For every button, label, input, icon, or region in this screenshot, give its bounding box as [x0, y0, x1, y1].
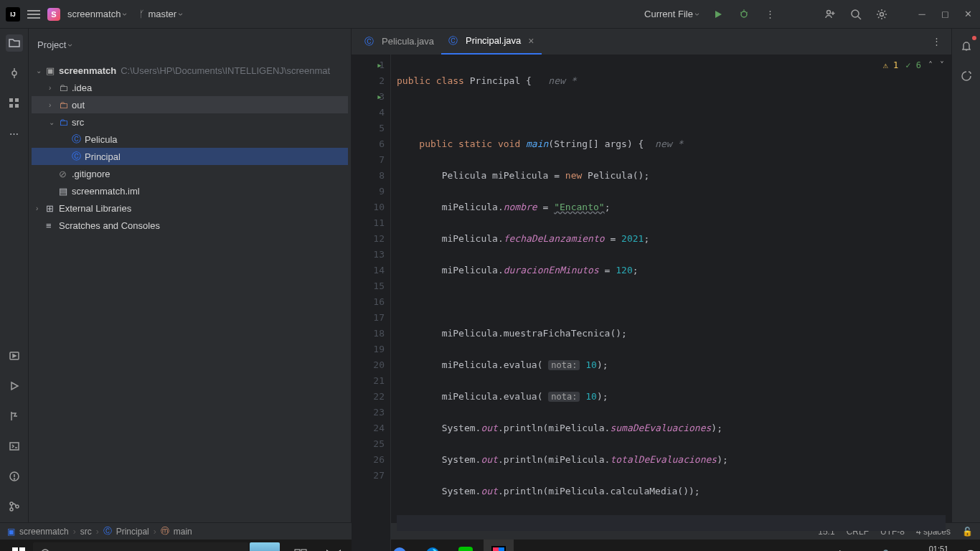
- svg-point-22: [10, 502, 13, 505]
- tree-gitignore[interactable]: ⊘ .gitignore: [32, 165, 348, 182]
- svg-line-8: [858, 17, 861, 19]
- settings-icon[interactable]: [875, 8, 888, 21]
- tab-principal[interactable]: ⒸPrincipal.java×: [441, 29, 542, 55]
- breadcrumb[interactable]: ▣screenmatch ›src ›ⒸPrincipal ›ⓜmain: [7, 525, 192, 537]
- editor-area: ⒸPelicula.java ⒸPrincipal.java× ⋮ 1▸ 2 3…: [352, 29, 951, 522]
- project-tree: ▣ screenmatch C:\Users\HP\Documents\INTE…: [29, 60, 351, 522]
- taskbar-search[interactable]: Escribe aquí para buscar.: [33, 542, 248, 551]
- svg-rect-14: [15, 98, 19, 102]
- svg-rect-25: [12, 547, 18, 551]
- tree-root[interactable]: ▣ screenmatch C:\Users\HP\Documents\INTE…: [32, 62, 348, 79]
- news-widget[interactable]: [250, 542, 280, 551]
- tree-idea[interactable]: 🗀 .idea: [32, 79, 348, 96]
- editor-tabs: ⒸPelicula.java ⒸPrincipal.java× ⋮: [352, 29, 951, 55]
- tree-pelicula[interactable]: Ⓒ Pelicula: [32, 131, 348, 148]
- svg-point-0: [741, 11, 747, 17]
- project-badge: S: [47, 8, 60, 21]
- svg-point-10: [12, 71, 17, 75]
- ide-logo: IJ: [6, 7, 20, 22]
- commit-tool-button[interactable]: [6, 65, 23, 82]
- svg-rect-15: [9, 104, 13, 108]
- minimize-button[interactable]: ─: [915, 8, 928, 21]
- svg-point-4: [827, 10, 831, 14]
- build-tool-button[interactable]: [6, 408, 23, 425]
- tree-scratches[interactable]: ≡ Scratches and Consoles: [32, 217, 348, 234]
- tree-external[interactable]: ⊞ External Libraries: [32, 199, 348, 217]
- svg-point-7: [852, 10, 859, 17]
- main-menu-button[interactable]: [27, 10, 40, 19]
- task-view-button[interactable]: [286, 540, 316, 551]
- services-tool-button[interactable]: [6, 347, 23, 364]
- mail-app[interactable]: [319, 540, 349, 551]
- code-with-me-icon[interactable]: [824, 8, 837, 21]
- readonly-icon[interactable]: 🔓: [962, 527, 973, 537]
- more-actions-button[interactable]: ⋮: [763, 8, 776, 21]
- tab-pelicula[interactable]: ⒸPelicula.java: [357, 29, 441, 55]
- editor-inspections[interactable]: ⚠ 1 ✓ 6 ˄˅: [883, 60, 944, 70]
- ai-assistant-button[interactable]: [958, 67, 975, 85]
- run-line-icon[interactable]: ▸: [377, 89, 382, 105]
- run-button[interactable]: [712, 8, 725, 21]
- notifications-button[interactable]: [958, 37, 975, 55]
- close-button[interactable]: ✕: [961, 8, 974, 21]
- structure-tool-button[interactable]: [6, 95, 23, 112]
- right-tool-rail: [951, 29, 980, 522]
- project-panel: Project ▣ screenmatch C:\Users\HP\Docume…: [29, 29, 352, 522]
- start-button[interactable]: [4, 540, 33, 551]
- svg-rect-16: [15, 104, 19, 108]
- left-tool-rail: ⋯: [0, 29, 29, 522]
- terminal-tool-button[interactable]: [6, 438, 23, 455]
- svg-point-23: [10, 508, 13, 511]
- project-dropdown[interactable]: screenmatch: [67, 9, 126, 19]
- titlebar: IJ S screenmatch ᚶmaster Current File ⋮ …: [0, 0, 980, 29]
- code-editor[interactable]: 1▸ 2 3▸ 45678 910111213 1415161718 19202…: [352, 55, 951, 551]
- branch-dropdown[interactable]: ᚶmaster: [139, 9, 182, 19]
- problems-tool-button[interactable]: [6, 468, 23, 485]
- svg-point-21: [14, 479, 14, 479]
- tabs-menu-button[interactable]: ⋮: [933, 35, 946, 48]
- debug-button[interactable]: [738, 8, 750, 21]
- run-line-icon[interactable]: ▸: [377, 57, 382, 73]
- close-icon[interactable]: ×: [528, 35, 534, 47]
- gutter: 1▸ 2 3▸ 45678 910111213 1415161718 19202…: [352, 55, 391, 551]
- vcs-tool-button[interactable]: [6, 498, 23, 515]
- tree-out[interactable]: 🗀 out: [32, 96, 348, 113]
- run-config-dropdown[interactable]: Current File: [644, 9, 699, 19]
- run-tool-button[interactable]: [6, 377, 23, 395]
- maximize-button[interactable]: ◻: [938, 8, 951, 21]
- project-panel-header[interactable]: Project: [29, 29, 351, 60]
- tree-principal[interactable]: Ⓒ Principal: [32, 148, 348, 165]
- search-icon[interactable]: [849, 8, 862, 21]
- svg-point-9: [880, 12, 884, 16]
- tree-iml[interactable]: ▤ screenmatch.iml: [32, 182, 348, 199]
- svg-rect-26: [19, 547, 25, 551]
- more-tools-button[interactable]: ⋯: [6, 125, 23, 142]
- code-content[interactable]: public class Principal { new * public st…: [391, 55, 951, 551]
- project-tool-button[interactable]: [6, 34, 23, 52]
- svg-rect-13: [9, 98, 13, 102]
- tree-src[interactable]: 🗀 src: [32, 113, 348, 131]
